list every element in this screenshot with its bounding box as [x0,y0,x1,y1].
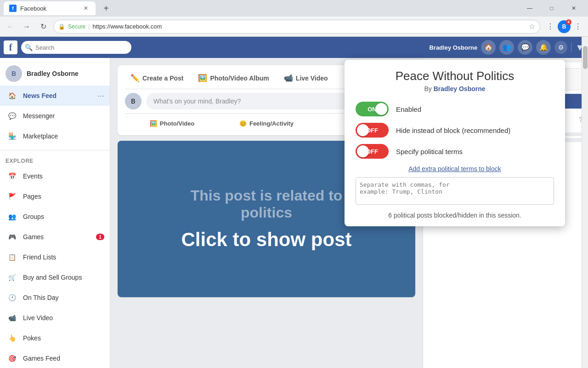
toggle-hide-label: OFF [366,127,378,134]
live-video-tab[interactable]: 📹 Live Video [278,71,334,85]
active-tab[interactable]: f Facebook ✕ [4,1,96,15]
sidebar-item-games[interactable]: 🎮 Games 1 [0,227,110,247]
photo-icon: 🖼️ [198,74,207,82]
maximize-button[interactable]: □ [541,2,562,15]
messenger-icon: 💬 [6,109,18,122]
sidebar-events-label: Events [23,172,104,180]
toggle-specify-switch[interactable]: OFF [356,144,389,159]
sidebar-item-news-feed[interactable]: 🏠 News Feed ··· [0,86,110,106]
toggle-specify-label: OFF [366,148,378,155]
toggle-hide-text: Hide instead of block (recommended) [396,126,510,134]
new-tab-button[interactable]: + [99,1,113,15]
sidebar-item-events[interactable]: 📅 Events [0,166,110,186]
pages-icon: 🚩 [6,190,18,203]
on-this-day-icon: 🕐 [6,291,18,304]
refresh-button[interactable]: ↻ [37,20,50,33]
toggle-hide-row: OFF Hide instead of block (recommended) [356,123,554,138]
create-post-label: Create a Post [142,75,183,82]
sidebar-item-marketplace[interactable]: 🏪 Marketplace [0,126,110,146]
extension-title: Peace Without Politics [356,69,554,83]
sidebar-pokes-label: Pokes [23,334,104,342]
post-overlay-text: This post is related topolitics [191,187,343,221]
fb-header: f 🔍 Bradley Osborne 🏠 👥 💬 🔔 ⚙ ▼ [0,37,588,58]
notifications-icon-btn[interactable]: 🔔 [536,40,551,55]
live-video-label: Live Video [296,75,328,82]
friend-lists-icon: 📋 [6,251,18,264]
friends-icon-btn[interactable]: 👥 [499,40,514,55]
sidebar-user-item[interactable]: B Bradley Osborne [0,62,110,86]
sidebar-item-games-feed[interactable]: 🎯 Games Feed [0,348,110,368]
home-icon-btn[interactable]: 🏠 [481,40,496,55]
sidebar-item-groups[interactable]: 👥 Groups [0,207,110,227]
photo-video-label: Photo/Video Album [210,75,269,82]
author-prefix: By [424,85,431,92]
sidebar-item-buy-sell[interactable]: 🛒 Buy and Sell Groups [0,267,110,288]
author-name-link[interactable]: Bradley Osborne [434,85,486,92]
user-badge: 6 [566,19,571,25]
pokes-icon: 👆 [6,332,18,345]
stats-text: 6 political posts blocked/hidden in this… [388,212,521,219]
lock-icon: 🔒 [58,23,65,30]
sidebar-pages-label: Pages [23,193,104,200]
games-badge: 1 [96,234,104,240]
toggle-specify-text: Specify political terms [396,148,463,155]
sidebar-item-messenger[interactable]: 💬 Messenger [0,106,110,126]
bookmark-icon[interactable]: ☆ [529,22,535,31]
post-input-placeholder: What's on your mind, Bradley? [153,98,241,105]
right-scrollbar[interactable] [582,37,588,368]
feeling-icon: 😊 [239,120,247,127]
messages-icon-btn[interactable]: 💬 [518,40,532,55]
toggle-hide-switch[interactable]: OFF [356,123,389,138]
fb-search-box[interactable]: 🔍 [21,41,131,54]
sidebar-news-feed-label: News Feed [23,92,93,99]
news-feed-more-icon[interactable]: ··· [97,91,104,101]
toggle-enabled-row: ON Enabled [356,102,554,116]
back-button[interactable]: ← [4,20,17,33]
sidebar-messenger-label: Messenger [23,112,104,120]
search-input[interactable] [35,44,128,51]
tab-favicon: f [9,5,17,12]
sidebar-item-pokes[interactable]: 👆 Pokes [0,328,110,348]
minimize-button[interactable]: — [519,2,540,15]
settings-gear-icon[interactable]: ⚙ [554,41,567,54]
photo-video-tab[interactable]: 🖼️ Photo/Video Album [192,71,274,85]
toggle-specify-row: OFF Specify political terms [356,144,554,159]
add-terms-link[interactable]: Add extra political terms to block [356,165,554,172]
search-icon: 🔍 [25,44,33,51]
sidebar-item-live-video[interactable]: 📹 Live Video [0,308,110,328]
toggle-enabled-knob [375,103,387,115]
create-post-tab[interactable]: ✏️ Create a Post [125,71,189,85]
toolbar-icons: ⋮ B 6 ⋮ [544,20,584,33]
games-feed-icon: 🎯 [6,352,18,365]
titlebar: f Facebook ✕ + — □ ✕ [0,0,588,17]
photo-video-action-icon: 🖼️ [150,120,157,127]
address-bar[interactable]: 🔒 Secure | https://www.facebook.com ☆ [53,20,540,34]
terms-textarea[interactable] [356,177,554,205]
tab-title: Facebook [20,5,78,12]
header-right: Bradley Osborne 🏠 👥 💬 🔔 ⚙ ▼ [429,40,584,55]
photo-video-action[interactable]: 🖼️ Photo/Video [125,117,219,130]
post-click-text: Click to show post [181,229,351,251]
feeling-activity-action[interactable]: 😊 Feeling/Activity [219,117,313,130]
menu-icon[interactable]: ⋮ [571,20,584,33]
toggle-enabled-switch[interactable]: ON [356,102,389,116]
sidebar-games-label: Games [23,233,91,241]
user-avatar-icon[interactable]: B 6 [558,20,571,33]
sidebar-item-on-this-day[interactable]: 🕐 On This Day [0,288,110,308]
post-input-avatar: B [125,93,141,109]
fb-logo: f [4,40,17,54]
sidebar-games-feed-label: Games Feed [23,355,104,362]
sidebar-friend-lists-label: Friend Lists [23,253,104,261]
scrollbar-thumb[interactable] [583,46,588,69]
extensions-icon[interactable]: ⋮ [544,20,557,33]
sidebar-divider-1 [0,150,110,150]
toggle-enabled-text: Enabled [396,105,421,113]
window-controls: — □ ✕ [519,2,584,15]
close-button[interactable]: ✕ [563,2,584,15]
tab-close-button[interactable]: ✕ [82,4,90,12]
groups-icon: 👥 [6,210,18,223]
forward-button[interactable]: → [20,20,33,33]
sidebar-item-friend-lists[interactable]: 📋 Friend Lists [0,247,110,267]
sidebar-item-pages[interactable]: 🚩 Pages [0,186,110,207]
news-feed-icon: 🏠 [6,89,18,102]
